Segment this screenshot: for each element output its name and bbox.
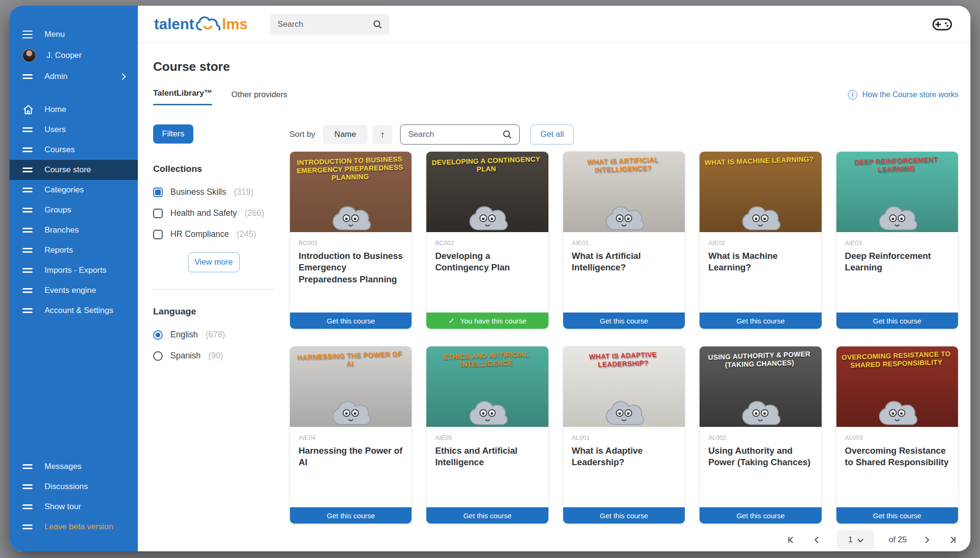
sidebar-user[interactable]: J. Cooper: [10, 45, 138, 66]
sidebar-item-admin[interactable]: Admin: [10, 66, 138, 87]
collection-label: Health and Safety: [170, 208, 237, 218]
list-icon: [22, 308, 34, 312]
tab-other-providers[interactable]: Other providers: [231, 90, 287, 105]
sidebar-item-home[interactable]: Home: [10, 100, 138, 120]
owned-course-badge[interactable]: ✓You have this course: [426, 312, 548, 329]
sidebar: Menu J. Cooper Admin HomeUsersCoursesCou…: [10, 6, 138, 551]
course-thumbnail-title: What is Machine Learning?: [700, 155, 821, 232]
menu-toggle[interactable]: Menu: [10, 24, 138, 45]
sidebar-item-label: Courses: [45, 145, 75, 155]
get-course-button[interactable]: Get this course: [836, 507, 958, 524]
search-icon[interactable]: [502, 129, 512, 140]
talentlms-logo[interactable]: talent lms: [154, 15, 248, 33]
sidebar-item-label: Course store: [45, 165, 91, 175]
sidebar-item-label: Messages: [45, 462, 81, 471]
collections-title: Collections: [153, 164, 274, 174]
list-icon: [22, 127, 34, 132]
course-thumbnail-title: Harnessing the Power of AI: [290, 350, 412, 427]
course-thumbnail-title: Using Authority & Power (Taking Chances): [700, 350, 821, 427]
previous-page-button[interactable]: [811, 534, 823, 546]
get-course-button[interactable]: Get this course: [426, 507, 548, 524]
sidebar-top: Menu J. Cooper Admin: [10, 24, 138, 87]
get-course-button[interactable]: Get this course: [290, 507, 412, 524]
sidebar-item-categories[interactable]: Categories: [10, 180, 138, 200]
gamification-button[interactable]: [930, 16, 954, 33]
collection-option-hr-compliance[interactable]: HR Compliance(245): [153, 229, 274, 239]
page-select[interactable]: 1: [837, 530, 874, 549]
sidebar-item-course-store[interactable]: Course store: [10, 160, 138, 180]
checkbox-icon[interactable]: [153, 209, 163, 218]
get-course-button[interactable]: Get this course: [700, 507, 821, 524]
sidebar-item-label: Leave beta version: [45, 522, 113, 532]
get-all-button[interactable]: Get all: [530, 124, 574, 145]
radio-icon[interactable]: [153, 351, 163, 361]
sidebar-item-account-settings[interactable]: Account & Settings: [10, 301, 138, 321]
collection-option-business-skills[interactable]: Business Skills(319): [153, 187, 274, 197]
course-card-body: AL003Overcoming Resistance to Shared Res…: [836, 427, 958, 507]
course-thumbnail: Harnessing the Power of AI: [290, 346, 412, 427]
sidebar-item-branches[interactable]: Branches: [10, 220, 138, 240]
sidebar-item-reports[interactable]: Reports: [10, 240, 138, 260]
checkbox-icon[interactable]: [153, 230, 163, 239]
logo-lms-text: lms: [222, 16, 248, 33]
sort-direction-button[interactable]: ↑: [372, 125, 392, 144]
language-title: Language: [153, 306, 274, 317]
get-course-button[interactable]: Get this course: [700, 312, 821, 329]
course-title: What is Adaptive Leadership?: [572, 445, 676, 469]
course-card: What is Adaptive Leadership?AL001What is…: [563, 346, 685, 524]
list-icon: [22, 504, 34, 509]
sidebar-item-label: Categories: [45, 185, 84, 195]
help-link[interactable]: i How the Course store works: [848, 90, 958, 105]
course-thumbnail: Developing a Contingency Plan: [426, 152, 548, 232]
tab-talentlibrary[interactable]: TalentLibrary™: [153, 89, 212, 105]
app-window: Menu J. Cooper Admin HomeUsersCoursesCou…: [10, 6, 970, 551]
collection-count: (266): [245, 208, 264, 218]
sidebar-item-courses[interactable]: Courses: [10, 140, 138, 160]
collection-count: (245): [237, 229, 256, 239]
course-title: Introduction to Business Emergency Prepa…: [299, 250, 403, 285]
course-title: What is Artificial Intelligence?: [572, 250, 676, 274]
get-course-label: Get this course: [463, 512, 512, 520]
course-search-input[interactable]: [407, 129, 502, 140]
sidebar-item-discussions[interactable]: Discussions: [10, 477, 138, 497]
get-course-button[interactable]: Get this course: [563, 312, 685, 329]
get-course-button[interactable]: Get this course: [290, 312, 412, 329]
collection-option-health-and-safety[interactable]: Health and Safety(266): [153, 208, 274, 218]
collections-options: Business Skills(319)Health and Safety(26…: [153, 187, 274, 239]
language-option-english[interactable]: English(678): [153, 330, 274, 340]
sidebar-item-imports-exports[interactable]: Imports - Exports: [10, 260, 138, 280]
course-code: AIE02: [708, 239, 813, 246]
course-card-body: BC002Developing a Contingency Plan: [426, 232, 548, 312]
sort-field-button[interactable]: Name: [323, 125, 368, 144]
course-thumbnail: Introduction to Business Emergency Prepa…: [290, 152, 412, 232]
list-icon: [22, 288, 34, 292]
language-option-spanish[interactable]: Spanish(90): [153, 351, 274, 361]
sidebar-item-leave-beta-version[interactable]: Leave beta version: [10, 517, 138, 537]
global-search-input[interactable]: [277, 19, 372, 30]
first-page-button[interactable]: [785, 534, 797, 546]
course-title: Using Authority and Power (Taking Chance…: [708, 445, 813, 469]
checkbox-icon[interactable]: [153, 188, 163, 197]
sidebar-item-groups[interactable]: Groups: [10, 200, 138, 220]
course-card: What is Artificial Intelligence?AIE01Wha…: [563, 151, 685, 329]
language-options: English(678)Spanish(90): [153, 330, 274, 361]
course-card: Ethics and Artificial IntelligenceAIE05E…: [426, 346, 548, 524]
get-course-button[interactable]: Get this course: [563, 507, 685, 524]
filters-button[interactable]: Filters: [153, 124, 193, 144]
last-page-button[interactable]: [947, 534, 958, 546]
sidebar-item-events-engine[interactable]: Events engine: [10, 280, 138, 301]
radio-icon[interactable]: [153, 330, 163, 340]
search-icon[interactable]: [372, 19, 383, 30]
course-card: Overcoming Resistance to Shared Responsi…: [836, 346, 958, 524]
sidebar-item-show-tour[interactable]: Show tour: [10, 497, 138, 517]
sidebar-item-users[interactable]: Users: [10, 120, 138, 140]
page-title: Course store: [153, 59, 958, 74]
sidebar-item-messages[interactable]: Messages: [10, 457, 138, 477]
course-card-body: AIE03Deep Reinforcement Learning: [836, 232, 958, 312]
view-more-button[interactable]: View more: [188, 252, 240, 272]
course-code: BC002: [435, 239, 539, 246]
course-title: Ethics and Artificial Intelligence: [435, 445, 539, 469]
cloud-logo-icon: [195, 15, 221, 33]
get-course-button[interactable]: Get this course: [836, 312, 958, 329]
next-page-button[interactable]: [921, 534, 933, 546]
